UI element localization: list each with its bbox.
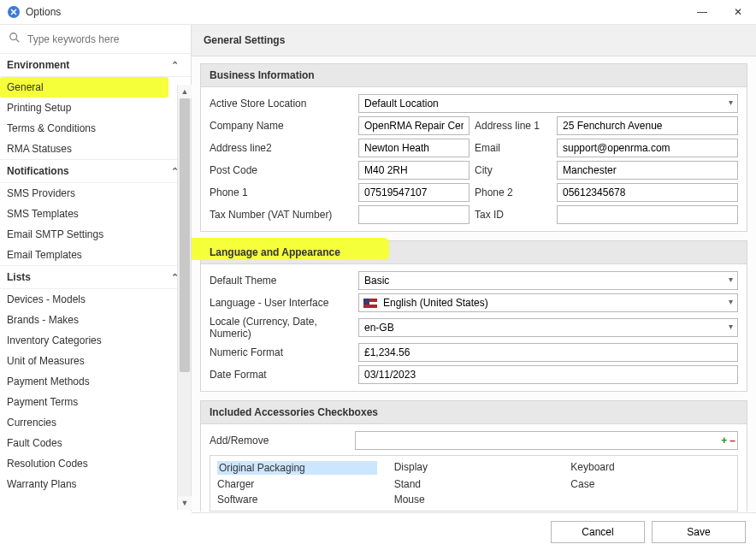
accessory-item[interactable]: Case: [570, 478, 730, 490]
addr1-label: Address line 1: [475, 120, 552, 132]
accessories-list: Original PackagingDisplayKeyboardCharger…: [210, 455, 738, 512]
page-title: General Settings: [192, 25, 756, 56]
dialog-footer: Cancel Save: [192, 512, 756, 550]
svg-line-2: [16, 39, 20, 43]
postcode-label: Post Code: [210, 164, 353, 176]
sidebar-item[interactable]: Brands - Makes: [0, 310, 191, 330]
add-remove-input[interactable]: [356, 432, 721, 449]
accessory-item[interactable]: Stand: [394, 478, 554, 490]
title-bar: Options — ✕: [0, 0, 756, 24]
sidebar-item[interactable]: SMS Providers: [0, 183, 191, 204]
sidebar-item[interactable]: Warranty Plans: [0, 474, 191, 494]
cancel-button[interactable]: Cancel: [551, 521, 645, 543]
app-icon: [7, 5, 21, 19]
svg-point-1: [10, 33, 17, 40]
accessory-item[interactable]: Original Packaging: [217, 461, 377, 475]
sidebar-item[interactable]: Currencies: [0, 412, 191, 433]
sidebar-section-header[interactable]: Notifications⌃: [0, 159, 191, 183]
lang-label: Language - User Interface: [210, 297, 353, 309]
city-input[interactable]: [557, 161, 738, 180]
numfmt-input[interactable]: [358, 343, 738, 362]
company-input[interactable]: [358, 116, 470, 135]
sidebar-item[interactable]: Devices - Models: [0, 289, 191, 310]
accessory-item[interactable]: Software: [217, 494, 377, 506]
sidebar-section-title: Lists: [7, 271, 31, 283]
store-label: Active Store Location: [210, 98, 353, 109]
sidebar-item[interactable]: Terms & Conditions: [0, 118, 191, 139]
sidebar-scrollbar[interactable]: ▲ ▼: [177, 85, 191, 510]
addr2-input[interactable]: [358, 139, 470, 157]
accessory-item[interactable]: Display: [394, 461, 554, 475]
scroll-down-icon[interactable]: ▼: [178, 496, 192, 510]
sidebar-section-header[interactable]: Lists⌃: [0, 265, 191, 289]
add-accessory-button[interactable]: +: [721, 435, 727, 447]
theme-select[interactable]: [358, 271, 738, 290]
accessory-item[interactable]: Keyboard: [570, 461, 730, 475]
taxid-input[interactable]: [557, 205, 738, 224]
flag-us-icon: [363, 299, 377, 308]
sidebar-item[interactable]: Email SMTP Settings: [0, 224, 191, 245]
chevron-up-icon: ⌃: [171, 60, 179, 71]
accessory-item[interactable]: Charger: [217, 478, 377, 490]
datefmt-label: Date Format: [210, 369, 353, 381]
phone1-label: Phone 1: [210, 186, 353, 198]
postcode-input[interactable]: [358, 161, 470, 180]
theme-label: Default Theme: [210, 275, 353, 287]
add-remove-label: Add/Remove: [210, 435, 348, 447]
business-info-panel: Business Information Active Store Locati…: [200, 63, 747, 232]
sidebar-item[interactable]: RMA Statuses: [0, 139, 191, 159]
sidebar-section-title: Notifications: [7, 165, 69, 177]
window-title: Options: [26, 6, 61, 18]
sidebar-item[interactable]: Unit of Measures: [0, 351, 191, 371]
addr1-input[interactable]: [557, 116, 738, 135]
accessories-panel: Included Accessories Checkboxes Add/Remo…: [200, 400, 747, 512]
content-area: General Settings Business Information Ac…: [192, 25, 756, 512]
vat-input[interactable]: [358, 205, 470, 224]
sidebar-item[interactable]: Fault Codes: [0, 433, 191, 453]
sidebar-item[interactable]: Email Templates: [0, 245, 191, 265]
taxid-label: Tax ID: [475, 209, 552, 221]
close-button[interactable]: ✕: [730, 6, 746, 18]
business-info-header: Business Information: [201, 64, 747, 87]
accessory-item[interactable]: Mouse: [394, 494, 554, 506]
scroll-thumb[interactable]: [180, 98, 190, 372]
phone2-label: Phone 2: [475, 186, 552, 198]
minimize-button[interactable]: —: [694, 6, 710, 18]
scroll-up-icon[interactable]: ▲: [178, 85, 192, 98]
sidebar-item[interactable]: SMS Templates: [0, 204, 191, 224]
sidebar-item[interactable]: Printing Setup: [0, 98, 191, 118]
remove-accessory-button[interactable]: –: [729, 435, 735, 447]
search-icon: [9, 32, 21, 46]
appearance-header: Language and Appearance: [201, 241, 747, 264]
search-input[interactable]: [26, 33, 162, 46]
datefmt-input[interactable]: [358, 365, 738, 384]
sidebar-item[interactable]: Payment Methods: [0, 371, 191, 392]
phone1-input[interactable]: [358, 183, 470, 202]
appearance-panel: Language and Appearance Default Theme La…: [200, 240, 747, 392]
locale-select[interactable]: [358, 318, 738, 337]
sidebar-item[interactable]: Resolution Codes: [0, 453, 191, 474]
email-label: Email: [475, 142, 552, 154]
sidebar-item[interactable]: Inventory Categories: [0, 330, 191, 351]
email-input[interactable]: [557, 139, 738, 157]
sidebar: Environment⌃GeneralPrinting SetupTerms &…: [0, 25, 192, 512]
store-select[interactable]: [358, 94, 738, 113]
lang-select[interactable]: [358, 293, 738, 312]
save-button[interactable]: Save: [652, 521, 746, 543]
sidebar-section-header[interactable]: Environment⌃: [0, 53, 191, 77]
addr2-label: Address line2: [210, 142, 353, 154]
accessories-header: Included Accessories Checkboxes: [201, 401, 747, 424]
phone2-input[interactable]: [557, 183, 738, 202]
city-label: City: [475, 164, 552, 176]
numfmt-label: Numeric Format: [210, 346, 353, 358]
sidebar-item[interactable]: General: [0, 77, 168, 98]
sidebar-item[interactable]: Payment Terms: [0, 392, 191, 412]
vat-label: Tax Number (VAT Number): [210, 209, 353, 221]
sidebar-section-title: Environment: [7, 59, 69, 71]
company-label: Company Name: [210, 120, 353, 132]
locale-label: Locale (Currency, Date, Numeric): [210, 316, 353, 340]
